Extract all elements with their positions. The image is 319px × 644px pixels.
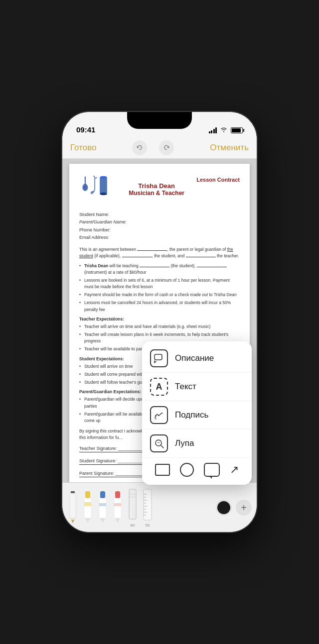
eraser-label: 80 (131, 523, 135, 528)
undo-button[interactable] (132, 140, 147, 155)
color-picker[interactable] (216, 500, 232, 516)
popup-text[interactable]: A Текст (142, 373, 252, 401)
svg-point-5 (100, 176, 107, 179)
shape-circle[interactable] (180, 463, 194, 477)
battery-icon (231, 127, 243, 133)
popup-description-label: Описание (175, 353, 214, 363)
doc-header: Trisha Dean Musician & Teacher Lesson Co… (79, 175, 240, 204)
popup-signature[interactable]: x Подпись (142, 401, 252, 429)
svg-line-3 (95, 178, 97, 179)
notch (127, 112, 192, 129)
color-circle (216, 500, 232, 516)
svg-rect-34 (144, 489, 152, 520)
bullet-3: Payment should be made in the form of ca… (79, 292, 240, 298)
doc-contract-label: Lesson Contract (196, 175, 240, 183)
doc-title-block: Trisha Dean Musician & Teacher (117, 182, 196, 197)
signal-icon (209, 127, 217, 133)
shapes-row: ↗ (142, 458, 252, 482)
phone-frame: 09:41 Готово (62, 112, 257, 532)
signature-icon: x (150, 406, 168, 424)
popup-menu: Описание A Текст x Подпись (142, 341, 252, 485)
yellow-marker-tool[interactable] (82, 490, 93, 525)
field-student-name: Student Name: (79, 211, 240, 218)
pencil-tool[interactable] (67, 490, 78, 525)
field-email: Email Address: (79, 234, 240, 241)
status-bar: 09:41 (62, 112, 257, 137)
svg-text:x: x (155, 416, 157, 421)
eraser-tool[interactable]: 80 (127, 487, 138, 528)
svg-marker-15 (71, 520, 74, 523)
instruments-logo (79, 175, 117, 204)
teacher-expectations-title: Teacher Expectations: (79, 316, 240, 322)
svg-rect-25 (114, 498, 121, 518)
svg-rect-16 (85, 491, 90, 498)
popup-signature-label: Подпись (175, 410, 208, 420)
add-tool-button[interactable]: + (236, 500, 252, 516)
svg-rect-18 (84, 502, 91, 506)
svg-rect-12 (71, 491, 75, 493)
svg-point-1 (82, 184, 88, 191)
wifi-icon (220, 126, 228, 134)
ruler-tool[interactable]: 50 (142, 487, 153, 528)
toolbar-area: 80 50 (62, 482, 257, 532)
svg-marker-23 (100, 518, 105, 523)
field-phone: Phone Number: (79, 226, 240, 234)
add-icon: + (236, 500, 252, 516)
agreement-text: This is an agreement between , the paren… (79, 246, 240, 259)
svg-rect-7 (155, 354, 162, 360)
magnifier-icon (150, 434, 168, 452)
popup-description[interactable]: Описание (142, 344, 252, 373)
bullet-1: Trisha Dean will be teaching (the studen… (79, 263, 240, 276)
red-marker-tool[interactable] (112, 490, 123, 525)
doc-fields: Student Name: Parent/Guardian Name: Phon… (79, 211, 240, 241)
svg-rect-21 (99, 498, 106, 518)
nav-center (132, 140, 174, 155)
bullet-4: Lessons must be cancelled 24 hours in ad… (79, 300, 240, 313)
doc-person-title: Musician & Teacher (117, 190, 196, 197)
popup-text-label: Текст (175, 382, 196, 392)
text-icon: A (150, 378, 168, 396)
bullet-2: Lessons are booked in sets of 6, at a mi… (79, 277, 240, 290)
status-time: 09:41 (76, 125, 95, 134)
svg-rect-20 (100, 491, 105, 498)
svg-rect-17 (84, 498, 91, 518)
te-bullet-1: Teacher will arrive on time and have all… (79, 323, 240, 330)
svg-rect-26 (114, 503, 121, 506)
svg-point-6 (100, 193, 107, 196)
field-parent-name: Parent/Guardian Name: (79, 218, 240, 226)
shape-rect[interactable] (155, 464, 170, 476)
popup-magnifier-label: Лупа (175, 438, 194, 448)
svg-line-11 (161, 445, 163, 448)
svg-rect-22 (99, 503, 106, 506)
nav-bar: Готово Отменить (62, 137, 257, 159)
svg-marker-19 (85, 518, 90, 523)
blue-marker-tool[interactable] (97, 490, 108, 525)
done-button[interactable]: Готово (70, 143, 97, 153)
svg-rect-13 (70, 493, 76, 518)
status-icons (209, 126, 243, 134)
phone-screen: 09:41 Готово (62, 112, 257, 532)
shape-chat[interactable] (204, 463, 220, 477)
svg-rect-24 (115, 491, 120, 498)
svg-marker-27 (115, 518, 120, 523)
ruler-label: 50 (146, 523, 150, 528)
popup-magnifier[interactable]: Лупа (142, 429, 252, 458)
svg-point-10 (156, 440, 161, 446)
cancel-button[interactable]: Отменить (210, 143, 249, 153)
svg-rect-4 (100, 178, 107, 194)
redo-button[interactable] (159, 140, 174, 155)
shape-arrow[interactable]: ↗ (230, 464, 239, 475)
description-icon (150, 349, 168, 367)
doc-person-name: Trisha Dean (117, 182, 196, 190)
